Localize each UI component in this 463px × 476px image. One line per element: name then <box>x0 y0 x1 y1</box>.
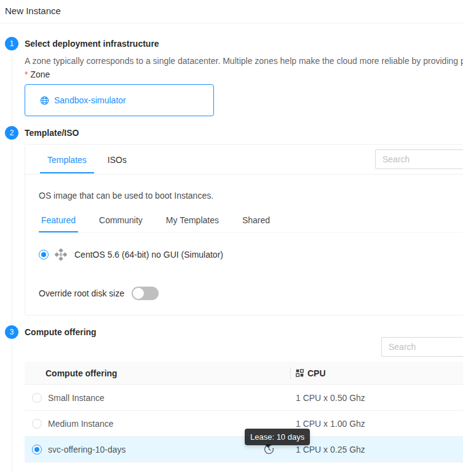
filter-tab-community[interactable]: Community <box>97 209 145 232</box>
cpu-cell: 1 CPU x 1.00 Ghz <box>290 419 365 429</box>
step-number-badge: 2 <box>5 126 18 140</box>
step-rail: 3 <box>5 325 18 472</box>
toggle-knob <box>133 288 144 299</box>
table-row-svc-offering-10-days[interactable]: svc-offering-10-days 1 CPU x 0.25 Ghz <box>25 437 463 462</box>
step-connector-line <box>12 54 12 126</box>
zone-description: A zone typically corresponds to a single… <box>25 56 463 66</box>
step-content: Compute offering Compute offering <box>25 325 463 472</box>
step-rail: 2 <box>5 126 18 325</box>
tab-templates[interactable]: Templates <box>40 146 94 173</box>
column-header-offering: Compute offering <box>25 368 290 378</box>
tab-isos[interactable]: ISOs <box>100 146 134 173</box>
step-deployment-infrastructure: 1 Select deployment infrastructure A zon… <box>5 37 463 126</box>
cpu-cell: 1 CPU x 0.50 Ghz <box>290 393 365 403</box>
offering-name: Small Instance <box>48 393 105 403</box>
template-tabs: Templates ISOs <box>25 145 463 175</box>
lease-tooltip: Lease: 10 days <box>245 429 310 445</box>
step-number-badge: 1 <box>5 37 18 50</box>
template-option-row[interactable]: CentOS 5.6 (64-bit) no GUI (Simulator) <box>39 248 463 261</box>
centos-logo-icon <box>55 248 67 261</box>
offering-cell: Medium Instance <box>25 419 290 429</box>
cpu-header-label: CPU <box>307 368 326 378</box>
offering-search-row <box>25 337 463 357</box>
filter-tab-shared[interactable]: Shared <box>240 209 272 232</box>
step-title: Compute offering <box>25 325 463 337</box>
template-card-body: OS image that can be used to boot Instan… <box>25 175 463 315</box>
tooltip-arrow <box>265 445 271 451</box>
new-instance-page: New Instance 1 Select deployment infrast… <box>0 0 463 476</box>
step-template-iso: 2 Template/ISO Templates ISOs OS image t… <box>5 126 463 325</box>
offering-cell: svc-offering-10-days <box>25 444 290 454</box>
offering-name: Medium Instance <box>48 419 114 429</box>
compute-offering-table: Compute offering CPU <box>25 362 463 462</box>
offering-cell: Small Instance <box>25 393 290 403</box>
page-title: New Instance <box>0 0 463 23</box>
grid-icon <box>296 369 304 377</box>
os-image-description: OS image that can be used to boot Instan… <box>39 191 463 200</box>
offering-search-input[interactable] <box>381 337 463 357</box>
required-asterisk: * <box>25 69 28 79</box>
step-connector-line <box>12 342 12 472</box>
template-search-input[interactable] <box>375 149 463 169</box>
table-row-medium-instance[interactable]: Medium Instance 1 CPU x 1.00 Ghz <box>25 411 463 437</box>
offering-radio[interactable] <box>32 445 42 454</box>
override-root-disk-row: Override root disk size <box>39 287 463 300</box>
filter-tab-my-templates[interactable]: My Templates <box>164 209 221 232</box>
table-row-small-instance[interactable]: Small Instance 1 CPU x 0.50 Ghz <box>25 385 463 411</box>
step-connector-line <box>12 143 12 325</box>
override-root-disk-toggle[interactable] <box>132 287 159 300</box>
offering-name: svc-offering-10-days <box>48 445 126 454</box>
table-header-row: Compute offering CPU <box>25 362 463 385</box>
step-title: Select deployment infrastructure <box>25 37 463 49</box>
step-compute-offering: 3 Compute offering Compute offering <box>5 325 463 472</box>
lease-tooltip-text: Lease: 10 days <box>250 432 304 442</box>
zone-field-label: *Zone <box>25 69 463 79</box>
template-filter-tabs: Featured Community My Templates Shared <box>39 209 463 232</box>
step-rail: 1 <box>5 37 18 126</box>
override-root-disk-label: Override root disk size <box>39 288 124 298</box>
zone-label-text: Zone <box>30 69 50 79</box>
offering-radio[interactable] <box>32 393 42 403</box>
filter-tab-featured[interactable]: Featured <box>39 209 78 232</box>
template-radio[interactable] <box>39 250 49 260</box>
step-number-badge: 3 <box>5 325 18 339</box>
wizard-steps: 1 Select deployment infrastructure A zon… <box>0 23 463 472</box>
step-title: Template/ISO <box>25 126 463 138</box>
step-content: Template/ISO Templates ISOs OS image tha… <box>25 126 463 325</box>
offering-radio[interactable] <box>32 419 42 429</box>
step-content: Select deployment infrastructure A zone … <box>25 37 463 126</box>
zone-option-card[interactable]: Sandbox-simulator <box>25 84 214 116</box>
template-card: Templates ISOs OS image that can be used… <box>25 144 463 315</box>
globe-icon <box>40 96 49 105</box>
cpu-cell: 1 CPU x 0.25 Ghz <box>290 445 365 454</box>
zone-name: Sandbox-simulator <box>54 95 126 105</box>
template-name: CentOS 5.6 (64-bit) no GUI (Simulator) <box>74 250 223 260</box>
column-header-cpu: CPU <box>291 368 326 378</box>
